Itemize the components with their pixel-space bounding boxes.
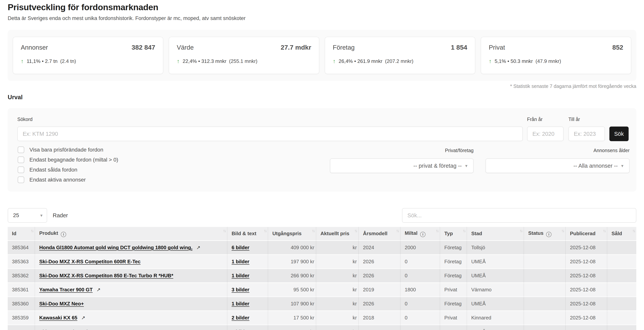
column-header-utgangspris: Utgångspris↑↓ [268, 227, 316, 241]
column-header-miltal: Miltali↑↓ [400, 227, 440, 241]
sort-icon[interactable]: ↑↓ [312, 228, 314, 233]
cell-stad: UMEÅ [467, 269, 524, 283]
stat-card-previous: (207.2 mnkr) [385, 58, 413, 64]
stat-card-top: Privat852 [489, 44, 623, 51]
product-link[interactable]: Ski-Doo MXZ Neo+ [39, 301, 84, 306]
sort-icon[interactable]: ↑↓ [354, 228, 357, 233]
sort-icon[interactable]: ↑↓ [30, 228, 33, 233]
owner-filter-value: -- privat & företag -- [413, 163, 462, 169]
cell-stad: UMEÅ [467, 297, 524, 311]
cell-miltal: 0 [400, 311, 440, 325]
checkbox-endast-salda-fordon[interactable]: Endast sålda fordon [18, 166, 118, 173]
bilder-link[interactable]: 1 bilder [232, 259, 249, 264]
cell-status [524, 325, 566, 330]
sort-icon[interactable]: ↑↓ [223, 228, 226, 233]
product-link[interactable]: Yamaha Tracer 900 GT [39, 287, 93, 292]
sort-icon[interactable]: ↑↓ [396, 228, 398, 233]
table-row: 385362Ski-Doo MXZ X-RS Competiton 850 E-… [8, 269, 636, 283]
sort-icon[interactable]: ↑↓ [632, 228, 635, 233]
stat-card-label: Företag [333, 44, 355, 51]
cell-product: Ski-Doo Grand Touring 900 ACE [35, 325, 227, 330]
stat-card-previous: (2.4 tn) [60, 58, 76, 64]
table-header-row: Id↑↓Produkti↑↓Bild & text↑↓Utgångspris↑↓… [8, 227, 636, 241]
sort-icon[interactable]: ↑↓ [462, 228, 465, 233]
filters-heading: Urval [8, 94, 23, 101]
cell-utgangspris: 95 500 kr [268, 283, 316, 297]
owner-filter-select[interactable]: -- privat & företag -- ▾ [330, 158, 474, 173]
stat-card-top: Annonser382 847 [21, 44, 155, 51]
column-header-produkt: Produkti↑↓ [35, 227, 227, 241]
checkbox-endast-begagnade-fordon-miltal-0[interactable]: Endast begagnade fordon (miltal > 0) [18, 156, 118, 163]
bilder-link[interactable]: 6 bilder [232, 244, 249, 250]
cell-bilder: 3 bilder [227, 283, 268, 297]
external-link-icon[interactable]: ↗ [96, 287, 100, 292]
ad-age-filter-label: Annonsens ålder [594, 148, 630, 153]
sort-icon[interactable]: ↑↓ [264, 228, 266, 233]
from-year-input[interactable] [527, 126, 564, 141]
search-button[interactable]: Sök [610, 126, 628, 141]
cell-stad: Tollsjö [467, 241, 524, 255]
info-icon[interactable]: i [420, 232, 426, 237]
cell-stad: Kinnared [467, 311, 524, 325]
checkbox-box[interactable] [18, 146, 24, 153]
bilder-link[interactable]: 3 bilder [232, 287, 249, 292]
sort-icon[interactable]: ↑↓ [603, 228, 605, 233]
cell-product: Kawasaki KX 65↗ [35, 311, 227, 325]
table-row: 385360Ski-Doo MXZ Neo+1 bilder107 900 kr… [8, 297, 636, 311]
ad-age-filter-select[interactable]: -- Alla annonser -- ▾ [486, 158, 630, 173]
table-row: 385358Ski-Doo Grand Touring 900 ACE1 bil… [8, 325, 636, 330]
stat-card-annonser: Annonser382 847↑11,1% • 2.7 tn(2.4 tn) [13, 37, 163, 74]
stat-card-top: Värde27.7 mdkr [177, 44, 311, 51]
product-link[interactable]: Ski-Doo Grand Touring 900 ACE [39, 329, 116, 330]
column-label: Produkt [39, 230, 58, 236]
checkbox-box[interactable] [18, 166, 24, 173]
table-search-input[interactable] [402, 208, 636, 223]
chevron-down-icon: ▾ [621, 163, 624, 168]
external-link-icon[interactable]: ↗ [81, 315, 85, 320]
checkbox-visa-bara-prisforandade-fordon[interactable]: Visa bara prisförändade fordon [18, 146, 118, 153]
product-link[interactable]: Ski-Doo MXZ X-RS Competiton 850 E-Tec Tu… [39, 273, 173, 278]
bilder-link[interactable]: 2 bilder [232, 315, 249, 320]
cell-typ: Företag [440, 325, 467, 330]
column-label: Miltal [405, 230, 418, 236]
keyword-input[interactable] [17, 126, 523, 141]
cell-typ: Företag [440, 255, 467, 269]
ad-age-filter-value: -- Alla annonser -- [574, 163, 618, 169]
checkbox-label: Endast aktiva annonser [30, 177, 86, 183]
sort-icon[interactable]: ↑↓ [520, 228, 522, 233]
checkbox-box[interactable] [18, 176, 24, 183]
cell-aktuellt-pris: kr [316, 325, 359, 330]
from-year-label: Från år [527, 116, 543, 122]
trend-up-icon: ↑ [21, 58, 24, 64]
table-row: 385361Yamaha Tracer 900 GT↗3 bilder95 50… [8, 283, 636, 297]
product-link[interactable]: Honda Gl1800 Automat gold wing DCT goldw… [39, 244, 192, 250]
bilder-link[interactable]: 1 bilder [232, 301, 249, 306]
checkbox-box[interactable] [18, 156, 24, 163]
product-link[interactable]: Ski-Doo MXZ X-RS Competiton 600R E-Tec [39, 259, 140, 264]
bilder-link[interactable]: 1 bilder [232, 273, 249, 278]
rows-per-page-select[interactable]: 25 ▾ [8, 208, 47, 223]
cell-arsmodell: 2026 [359, 255, 400, 269]
checkbox-endast-aktiva-annonser[interactable]: Endast aktiva annonser [18, 176, 118, 183]
stat-card-privat: Privat852↑5,1% • 50.3 mnkr(47.9 mnkr) [481, 37, 631, 74]
product-link[interactable]: Kawasaki KX 65 [39, 315, 77, 320]
column-header-bild-text: Bild & text↑↓ [227, 227, 268, 241]
bilder-link[interactable]: 1 bilder [232, 329, 249, 330]
rows-per-page-value: 25 [13, 212, 19, 218]
to-year-input[interactable] [568, 126, 605, 141]
cell-product: Ski-Doo MXZ Neo+ [35, 297, 227, 311]
info-icon[interactable]: i [61, 232, 66, 237]
cell-stad: Värnamo [467, 283, 524, 297]
cell-status [524, 269, 566, 283]
cell-aktuellt-pris: kr [316, 255, 359, 269]
stat-card-value: 852 [612, 44, 623, 51]
stat-card-label: Privat [489, 44, 505, 51]
external-link-icon[interactable]: ↗ [196, 245, 200, 250]
cell-utgangspris: 17 500 kr [268, 311, 316, 325]
cell-id: 385359 [8, 311, 35, 325]
cell-aktuellt-pris: kr [316, 241, 359, 255]
sort-icon[interactable]: ↑↓ [561, 228, 564, 233]
sort-icon[interactable]: ↑↓ [436, 228, 438, 233]
info-icon[interactable]: i [546, 232, 552, 237]
cell-arsmodell: 2019 [359, 283, 400, 297]
